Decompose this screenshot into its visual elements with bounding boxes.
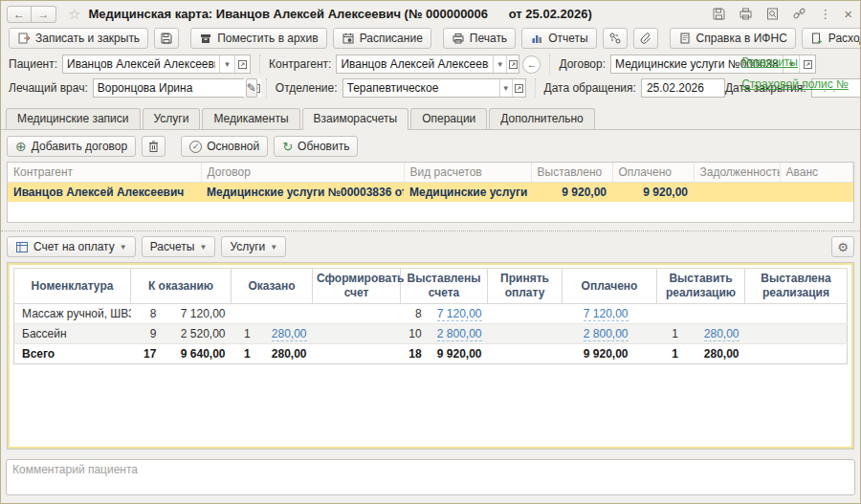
column-header[interactable]: Контрагент bbox=[8, 163, 201, 183]
document-icon bbox=[678, 32, 692, 45]
doctor-label: Лечащий врач: bbox=[9, 81, 88, 95]
column-header[interactable]: Выставить реализацию bbox=[657, 269, 745, 304]
services-actions: Счет на оплату ▼ Расчеты ▼ Услуги ▼ ⚙ bbox=[1, 231, 860, 262]
contractor-input[interactable] bbox=[337, 55, 493, 73]
column-header[interactable]: Выставлено bbox=[531, 163, 612, 183]
refresh-button[interactable]: ↻ Обновить bbox=[274, 136, 358, 157]
archive-button[interactable]: Поместить в архив bbox=[190, 28, 327, 49]
provided-sum-link[interactable]: 280,00 bbox=[272, 327, 307, 341]
plus-circle-icon: ⊕ bbox=[15, 140, 27, 153]
doctor-input[interactable] bbox=[94, 79, 250, 97]
column-header[interactable]: Задолженность bbox=[694, 163, 780, 183]
column-header[interactable]: Вид расчетов bbox=[404, 163, 531, 183]
contract-row-selected[interactable]: Иванцов Алексей Алексеевич Медицинские у… bbox=[8, 183, 853, 203]
edit-pencil-icon[interactable]: ✎ bbox=[246, 78, 257, 98]
chevron-down-icon: ▼ bbox=[270, 243, 277, 252]
billed-sum-link[interactable]: 2 800,00 bbox=[437, 327, 482, 341]
ifns-certificate-button[interactable]: Справка в ИФНС bbox=[670, 28, 796, 49]
column-header[interactable]: Выставлена реализация bbox=[745, 269, 848, 304]
column-header[interactable]: Аванс bbox=[780, 163, 853, 183]
main-contract-button[interactable]: ✓ Основной bbox=[181, 136, 268, 157]
tab-services[interactable]: Услуги bbox=[143, 108, 201, 129]
chevron-down-icon[interactable]: ▼ bbox=[493, 55, 506, 73]
paperclip-icon bbox=[639, 32, 652, 45]
contract-label: Договор: bbox=[559, 57, 606, 71]
save-and-close-button[interactable]: Записать и закрыть bbox=[9, 28, 148, 49]
contractor-label: Контрагент: bbox=[269, 57, 331, 71]
schedule-button[interactable]: Расписание bbox=[333, 28, 431, 49]
column-header[interactable]: Договор bbox=[201, 163, 404, 183]
billed-sum-link[interactable]: 7 120,00 bbox=[437, 307, 482, 321]
column-header[interactable]: Оплачено bbox=[563, 269, 657, 304]
settlements-button[interactable]: Расчеты ▼ bbox=[142, 236, 216, 257]
services-table-panel: Номенклатура К оказанию Оказано Сформиро… bbox=[7, 262, 854, 449]
page-title: Медицинская карта: Иванцов Алексей Алекс… bbox=[88, 7, 712, 21]
reports-button[interactable]: Отчеты bbox=[521, 28, 596, 49]
open-icon[interactable] bbox=[506, 55, 519, 73]
get-link-icon[interactable] bbox=[792, 7, 806, 21]
real-sum-link[interactable]: 280,00 bbox=[704, 327, 740, 341]
add-contract-button[interactable]: ⊕ Добавить договор bbox=[7, 136, 136, 157]
tab-medical-records[interactable]: Медицинские записи bbox=[6, 108, 141, 129]
tab-additional[interactable]: Дополнительно bbox=[489, 108, 594, 129]
invoice-icon bbox=[15, 241, 29, 253]
chevron-down-icon: ▼ bbox=[199, 243, 207, 252]
close-icon[interactable]: × bbox=[844, 6, 852, 22]
back-icon[interactable]: ← bbox=[7, 6, 32, 23]
service-row[interactable]: Бассейн 92 520,00 1280,00 102 800,00 2 8… bbox=[14, 324, 848, 344]
tab-operations[interactable]: Операции bbox=[410, 108, 487, 129]
column-header[interactable]: Выставлены счета bbox=[401, 269, 488, 304]
trash-icon bbox=[147, 140, 160, 153]
comment-section bbox=[1, 455, 860, 503]
gear-icon[interactable]: ⚙ bbox=[831, 236, 854, 257]
document-plus-icon bbox=[810, 32, 824, 45]
column-header[interactable]: Оказано bbox=[232, 269, 313, 304]
preview-icon[interactable] bbox=[765, 7, 780, 21]
department-input[interactable] bbox=[343, 79, 499, 97]
paid-sum-link[interactable]: 7 120,00 bbox=[584, 307, 629, 321]
print-icon[interactable] bbox=[739, 7, 753, 21]
chevron-down-icon[interactable]: ▼ bbox=[499, 79, 513, 97]
save-icon[interactable] bbox=[712, 7, 726, 21]
save-button[interactable] bbox=[154, 28, 179, 49]
favorite-star-icon[interactable]: ☆ bbox=[68, 6, 80, 23]
service-row[interactable]: Массаж ручной, ШВЗ 87 120,00 87 120,00 7… bbox=[14, 304, 848, 324]
check-circle-icon: ✓ bbox=[189, 141, 202, 153]
totals-row: Всего 179 640,00 1280,00 189 920,00 9 92… bbox=[14, 344, 848, 364]
forward-icon[interactable]: → bbox=[32, 6, 56, 23]
structure-button[interactable] bbox=[603, 28, 628, 49]
services-button[interactable]: Услуги ▼ bbox=[221, 236, 286, 257]
title-bar: ← → ☆ Медицинская карта: Иванцов Алексей… bbox=[1, 1, 860, 26]
delete-contract-button[interactable] bbox=[142, 136, 166, 157]
column-header[interactable]: К оказанию bbox=[131, 269, 232, 304]
insurance-policy-link[interactable]: Страховой полис № bbox=[741, 77, 849, 91]
save-close-icon bbox=[17, 32, 31, 45]
requisites-link[interactable]: Реквизиты bbox=[741, 55, 798, 69]
command-bar: Записать и закрыть Поместить в архив Рас… bbox=[1, 26, 860, 53]
visit-date-input[interactable] bbox=[641, 78, 725, 98]
printer-icon bbox=[452, 32, 465, 45]
print-button[interactable]: Печать bbox=[443, 28, 516, 49]
open-icon[interactable] bbox=[234, 55, 250, 73]
column-header[interactable]: Номенклатура bbox=[14, 269, 131, 304]
column-header[interactable]: Принять оплату bbox=[488, 269, 563, 304]
column-header[interactable]: Сформировать счет bbox=[313, 269, 401, 304]
patient-comment-input[interactable] bbox=[6, 459, 855, 495]
paid-sum-link[interactable]: 2 800,00 bbox=[584, 327, 629, 341]
refresh-icon: ↻ bbox=[282, 141, 293, 153]
patient-input[interactable] bbox=[63, 55, 219, 73]
materials-expense-button[interactable]: Расход материалов ▼ bbox=[802, 28, 861, 49]
tab-settlements[interactable]: Взаиморасчеты bbox=[302, 108, 409, 130]
structure-icon bbox=[608, 32, 622, 45]
archive-icon bbox=[199, 32, 212, 45]
attachments-button[interactable] bbox=[633, 28, 658, 49]
invoice-button[interactable]: Счет на оплату ▼ bbox=[7, 236, 136, 257]
visit-date-label: Дата обращения: bbox=[544, 81, 636, 95]
fill-from-patient-icon[interactable]: ← bbox=[522, 55, 541, 74]
chevron-down-icon[interactable]: ▼ bbox=[219, 55, 234, 73]
column-header[interactable]: Оплачено bbox=[612, 163, 694, 183]
more-menu-icon[interactable]: ⋮ bbox=[819, 7, 831, 21]
open-icon[interactable] bbox=[512, 79, 525, 97]
tab-medications[interactable]: Медикаменты bbox=[202, 108, 299, 129]
patient-label: Пациент: bbox=[9, 57, 57, 71]
